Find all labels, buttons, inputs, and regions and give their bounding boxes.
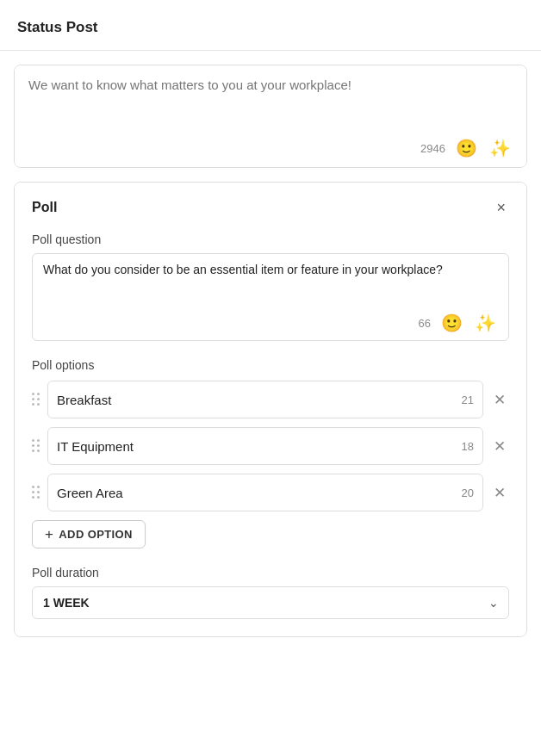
- question-magic-button[interactable]: ✨: [473, 313, 498, 333]
- magic-icon: ✨: [489, 139, 511, 157]
- drag-dots-3: [32, 486, 40, 499]
- poll-close-button[interactable]: ×: [493, 198, 509, 217]
- drag-handle-1[interactable]: [32, 391, 40, 408]
- poll-header: Poll ×: [32, 198, 509, 217]
- poll-body: Poll × Poll question What do you conside…: [15, 183, 526, 636]
- post-char-count: 2946: [420, 142, 445, 155]
- add-option-button[interactable]: + ADD OPTION: [32, 520, 146, 548]
- options-label: Poll options: [32, 358, 509, 372]
- question-toolbar: 66 🙂 ✨: [43, 313, 498, 333]
- magic-button[interactable]: ✨: [488, 138, 513, 158]
- text-toolbar: 2946 🙂 ✨: [28, 138, 513, 158]
- text-post-section: 2946 🙂 ✨: [14, 65, 527, 168]
- text-post-body: 2946 🙂 ✨: [15, 65, 526, 167]
- option-char-count-2: 18: [462, 440, 474, 453]
- question-magic-icon: ✨: [475, 314, 496, 332]
- question-box: What do you consider to be an essential …: [32, 253, 509, 341]
- drag-dots-1: [32, 393, 40, 406]
- post-text-input[interactable]: [28, 77, 513, 129]
- poll-title: Poll: [32, 200, 57, 215]
- option-remove-2[interactable]: ✕: [490, 436, 509, 457]
- option-row-2: 18 ✕: [32, 427, 509, 465]
- duration-select-wrapper: 1 DAY 3 DAYS 1 WEEK 2 WEEKS ⌄: [32, 586, 509, 619]
- poll-question-input[interactable]: What do you consider to be an essential …: [43, 263, 498, 306]
- option-row-3: 20 ✕: [32, 474, 509, 511]
- poll-section: Poll × Poll question What do you conside…: [14, 182, 527, 637]
- drag-handle-3[interactable]: [32, 484, 40, 501]
- emoji-icon: 🙂: [456, 139, 477, 157]
- add-option-label: ADD OPTION: [59, 528, 133, 541]
- option-remove-1[interactable]: ✕: [490, 389, 509, 411]
- emoji-button[interactable]: 🙂: [454, 138, 479, 158]
- drag-dots-2: [32, 439, 40, 453]
- option-input-3[interactable]: [57, 486, 455, 500]
- question-emoji-button[interactable]: 🙂: [439, 313, 464, 333]
- option-remove-3[interactable]: ✕: [490, 482, 509, 504]
- duration-label: Poll duration: [32, 566, 509, 579]
- option-char-count-1: 21: [462, 393, 474, 406]
- duration-select[interactable]: 1 DAY 3 DAYS 1 WEEK 2 WEEKS: [32, 586, 509, 619]
- option-input-2[interactable]: [57, 439, 455, 454]
- option-input-wrapper-1: 21: [47, 381, 483, 418]
- question-label: Poll question: [32, 232, 509, 246]
- question-char-count: 66: [419, 317, 431, 330]
- plus-icon: +: [45, 527, 53, 542]
- drag-handle-2[interactable]: [32, 437, 40, 455]
- option-input-1[interactable]: [57, 393, 455, 407]
- page-title: Status Post: [0, 0, 541, 51]
- option-input-wrapper-2: 18: [47, 427, 483, 465]
- question-emoji-icon: 🙂: [441, 314, 463, 332]
- option-input-wrapper-3: 20: [47, 474, 483, 511]
- option-char-count-3: 20: [462, 486, 474, 499]
- option-row-1: 21 ✕: [32, 381, 509, 418]
